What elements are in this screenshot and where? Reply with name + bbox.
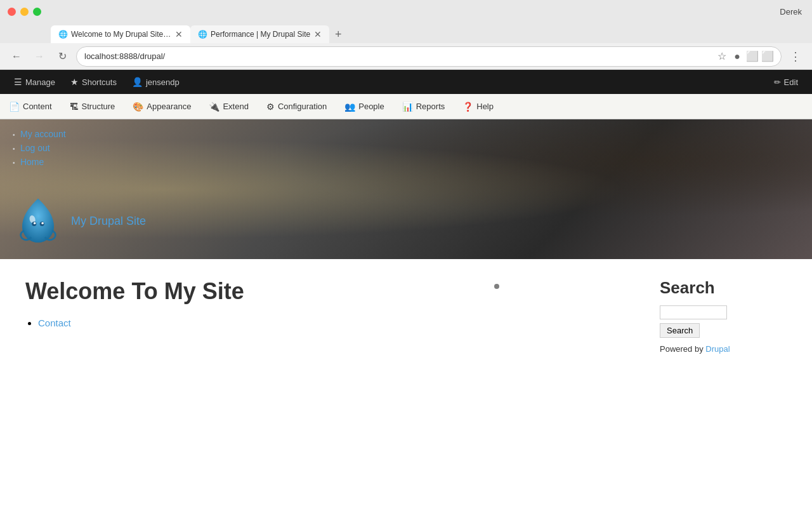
- content-area: Welcome To My Site Contact: [25, 278, 634, 354]
- browser-titlebar: Derek: [0, 0, 812, 23]
- site-menu-list: • My account • Log out • Home: [13, 128, 66, 168]
- powered-by-text: Powered by Drupal: [660, 344, 787, 354]
- people-icon: 👥: [344, 102, 355, 112]
- nav-people-label: People: [358, 102, 384, 111]
- browser-toolbar: ← → ↻ ☆ ● ⬜ ⬜ ⋮: [0, 43, 812, 70]
- close-button[interactable]: [8, 8, 16, 16]
- nav-reports-label: Reports: [416, 102, 445, 111]
- tabs-bar: 🌐 Welcome to My Drupal Site | M ✕ 🌐 Perf…: [0, 23, 812, 43]
- powered-by-label: Powered by: [660, 344, 704, 354]
- manage-menu-item[interactable]: ☰ Manage: [6, 70, 63, 94]
- drupal-link[interactable]: Drupal: [705, 344, 730, 354]
- tab-2-favicon: 🌐: [198, 30, 207, 39]
- menu-item-account[interactable]: • My account: [13, 128, 66, 140]
- user-icon: 👤: [132, 77, 143, 87]
- nav-configuration-label: Configuration: [278, 102, 327, 111]
- hero-section: • My account • Log out • Home: [0, 119, 812, 259]
- nav-extend-label: Extend: [223, 102, 248, 111]
- browser-tab-1[interactable]: 🌐 Welcome to My Drupal Site | M ✕: [51, 25, 190, 43]
- back-button[interactable]: ←: [8, 48, 25, 65]
- menu-item-home[interactable]: • Home: [13, 156, 66, 168]
- extension-icon-3[interactable]: ⬜: [762, 51, 773, 62]
- shortcuts-label: Shortcuts: [82, 77, 117, 87]
- menu-item-logout[interactable]: • Log out: [13, 142, 66, 154]
- extend-icon: 🔌: [209, 102, 219, 112]
- svg-point-5: [41, 222, 44, 225]
- search-sidebar-title: Search: [660, 278, 787, 298]
- content-nav: Contact: [25, 318, 634, 329]
- window-controls: [8, 8, 41, 16]
- nav-extend[interactable]: 🔌 Extend: [200, 94, 257, 119]
- edit-icon: ✏: [774, 77, 781, 87]
- search-input[interactable]: [660, 305, 727, 319]
- main-content: Welcome To My Site Contact Search Search…: [0, 259, 812, 373]
- content-icon: 📄: [9, 102, 20, 112]
- bookmark-icon[interactable]: ☆: [716, 51, 728, 62]
- bullet-icon-3: •: [13, 159, 15, 166]
- extension-icon-2[interactable]: ⬜: [747, 51, 758, 62]
- reload-button[interactable]: ↻: [53, 48, 71, 65]
- logout-link[interactable]: Log out: [20, 143, 50, 153]
- home-link[interactable]: Home: [20, 157, 44, 167]
- contact-link[interactable]: Contact: [38, 318, 71, 328]
- bullet-icon-2: •: [13, 145, 15, 152]
- bullet-icon: •: [13, 131, 15, 138]
- tab-1-title: Welcome to My Drupal Site | M: [71, 30, 171, 39]
- configuration-icon: ⚙: [266, 102, 275, 112]
- tab-2-close-icon[interactable]: ✕: [314, 30, 322, 39]
- nav-help-label: Help: [476, 102, 494, 111]
- address-bar-icons: ☆ ● ⬜ ⬜: [716, 51, 773, 62]
- appearance-icon: 🎨: [133, 102, 143, 112]
- manage-label: Manage: [25, 77, 55, 87]
- nav-structure[interactable]: 🏗 Structure: [61, 94, 124, 119]
- edit-label: Edit: [784, 77, 798, 87]
- page-title: Welcome To My Site: [25, 278, 634, 305]
- star-icon: ★: [70, 77, 79, 87]
- browser-menu-button[interactable]: ⋮: [787, 48, 804, 65]
- address-input[interactable]: [84, 51, 712, 61]
- tab-2-title: Performance | My Drupal Site: [211, 30, 310, 39]
- site-menu-overlay: • My account • Log out • Home: [0, 119, 79, 177]
- drupal-nav-menu: 📄 Content 🏗 Structure 🎨 Appearance 🔌 Ext…: [0, 94, 812, 119]
- tab-1-favicon: 🌐: [58, 30, 67, 39]
- minimize-button[interactable]: [20, 8, 29, 16]
- help-icon: ❓: [462, 102, 473, 112]
- shortcuts-menu-item[interactable]: ★ Shortcuts: [63, 70, 124, 94]
- new-tab-button[interactable]: +: [329, 25, 347, 43]
- nav-contact-item[interactable]: Contact: [38, 318, 634, 329]
- nav-reports[interactable]: 📊 Reports: [393, 94, 454, 119]
- nav-people[interactable]: 👥 People: [336, 94, 393, 119]
- drupal-admin-bar: ☰ Manage ★ Shortcuts 👤 jensendp ✏ Edit: [0, 70, 812, 94]
- extension-icon-1[interactable]: ●: [731, 51, 743, 62]
- svg-point-4: [34, 222, 36, 225]
- nav-appearance[interactable]: 🎨 Appearance: [124, 94, 200, 119]
- structure-icon: 🏗: [70, 102, 79, 112]
- search-button[interactable]: Search: [660, 323, 700, 338]
- tab-1-close-icon[interactable]: ✕: [175, 30, 183, 39]
- nav-content-label: Content: [23, 102, 52, 111]
- user-label: jensendp: [146, 77, 180, 87]
- nav-appearance-label: Appearance: [147, 102, 191, 111]
- edit-button[interactable]: ✏ Edit: [766, 70, 806, 94]
- user-menu-item[interactable]: 👤 jensendp: [124, 70, 187, 94]
- nav-help[interactable]: ❓ Help: [454, 94, 502, 119]
- browser-user-label: Derek: [780, 7, 802, 17]
- logo-area: My Drupal Site: [13, 196, 146, 246]
- maximize-button[interactable]: [33, 8, 41, 16]
- nav-configuration[interactable]: ⚙ Configuration: [258, 94, 336, 119]
- drupal-logo: [13, 196, 63, 246]
- sidebar: Search Search Powered by Drupal: [660, 278, 787, 354]
- browser-chrome: Derek 🌐 Welcome to My Drupal Site | M ✕ …: [0, 0, 812, 70]
- site-name-link[interactable]: My Drupal Site: [71, 215, 146, 228]
- address-bar[interactable]: ☆ ● ⬜ ⬜: [76, 46, 782, 67]
- nav-content[interactable]: 📄 Content: [0, 94, 61, 119]
- reports-icon: 📊: [402, 102, 413, 112]
- hamburger-icon: ☰: [14, 77, 22, 87]
- forward-button[interactable]: →: [30, 48, 48, 65]
- account-link[interactable]: My account: [20, 129, 66, 139]
- browser-tab-2[interactable]: 🌐 Performance | My Drupal Site ✕: [190, 25, 329, 43]
- nav-structure-label: Structure: [82, 102, 115, 111]
